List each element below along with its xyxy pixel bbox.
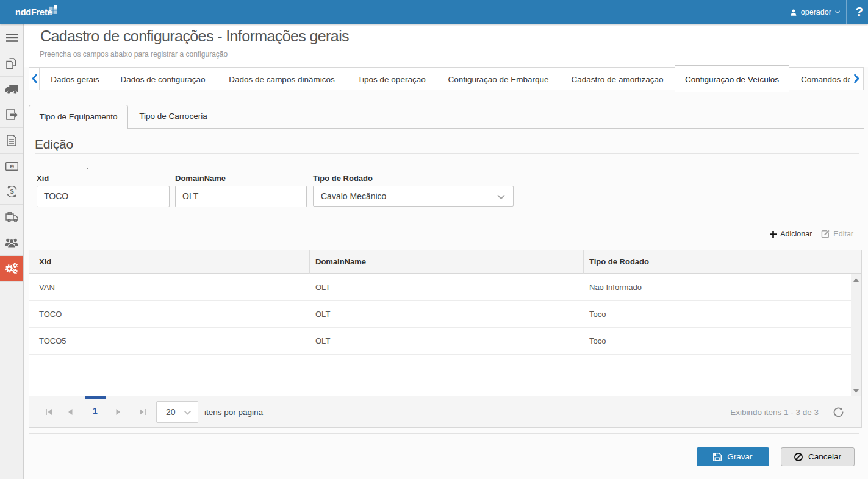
svg-text:1: 1: [10, 164, 13, 168]
svg-text:$: $: [10, 188, 13, 195]
